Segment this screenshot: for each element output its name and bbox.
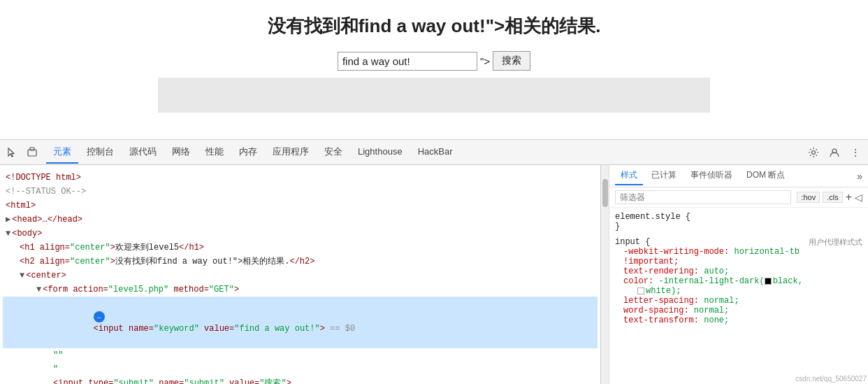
styles-tab-computed[interactable]: 已计算 — [646, 166, 682, 185]
tab-performance[interactable]: 性能 — [198, 141, 231, 164]
box-icon[interactable] — [25, 145, 39, 159]
prop-webkit-important: !important; — [623, 257, 862, 266]
prop-color: color: -internal-light-dark(black, — [615, 276, 862, 286]
devtools-panel: 元素 控制台 源代码 网络 性能 内存 应用程序 安全 Lighthouse H… — [0, 140, 868, 384]
prop-word-spacing: word-spacing: normal; — [615, 306, 862, 315]
styles-filter-buttons: :hov .cls + ◁ — [797, 191, 862, 204]
element-style-selector: element.style { — [615, 212, 862, 222]
html-line[interactable]: ▼<center> — [3, 269, 598, 283]
cls-button[interactable]: .cls — [823, 192, 843, 203]
page-content: 没有找到和find a way out!">相关的结果. "> 搜索 — [0, 0, 868, 140]
prop-text-transform: text-transform: none; — [615, 315, 862, 325]
tab-network[interactable]: 网络 — [165, 141, 197, 164]
input-selector-line: input { 用户代理样式式 — [615, 237, 862, 247]
prop-text-rendering: text-rendering: auto; — [615, 266, 862, 276]
html-line[interactable]: ▶<head>…</head> — [3, 213, 598, 227]
cursor-icon[interactable] — [6, 145, 20, 159]
styles-tab-dom[interactable]: DOM 断点 — [741, 166, 790, 185]
tab-lighthouse[interactable]: Lighthouse — [351, 142, 410, 162]
color-swatch-black — [765, 276, 773, 286]
ua-comment: 用户代理样式式 — [809, 237, 862, 248]
devtools-toolbar: 元素 控制台 源代码 网络 性能 内存 应用程序 安全 Lighthouse H… — [0, 140, 868, 165]
html-line: <html> — [3, 199, 598, 213]
html-line: <input type="submit" name="submit" value… — [3, 376, 598, 384]
devtools-content: <!DOCTYPE html> <!--STATUS OK--> <html> … — [0, 165, 868, 384]
tab-hackbar[interactable]: HackBar — [411, 142, 460, 162]
prop-color-white: white); — [637, 286, 862, 296]
input-style-rule: input { 用户代理样式式 -webkit-writing-mode: ho… — [615, 237, 862, 325]
html-line: <h2 align="center">没有找到和find a way out!"… — [3, 255, 598, 269]
styles-tab-event[interactable]: 事件侦听器 — [685, 166, 738, 185]
tab-elements[interactable]: 元素 — [46, 141, 78, 164]
search-row: "> 搜索 — [338, 51, 530, 71]
prop-webkit: -webkit-writing-mode: horizontal-tb — [615, 247, 862, 257]
styles-panel: 样式 已计算 事件侦听器 DOM 断点 » :hov .cls + ◁ elem… — [609, 165, 868, 384]
tab-application[interactable]: 应用程序 — [266, 141, 316, 164]
more-icon[interactable]: ⋮ — [848, 145, 862, 159]
color-swatch-white — [637, 286, 646, 296]
html-line[interactable]: ▼<body> — [3, 227, 598, 241]
hov-button[interactable]: :hov — [797, 192, 820, 203]
search-suffix: "> — [480, 55, 490, 67]
html-scrollbar[interactable] — [601, 165, 609, 384]
styles-body: element.style { } input { 用户代理样式式 -webki… — [609, 208, 868, 374]
html-line: <h1 align="center">欢迎来到level5</h1> — [3, 241, 598, 255]
html-line[interactable]: ▼<form action="level5.php" method="GET"> — [3, 283, 598, 297]
html-selected-line[interactable]: … <input name="keyword" value="find a wa… — [3, 297, 598, 348]
search-button[interactable]: 搜索 — [493, 51, 530, 71]
blue-dot: … — [94, 311, 105, 322]
html-line: " — [3, 362, 598, 376]
styles-filter-input[interactable] — [615, 190, 791, 204]
element-style-close: } — [615, 222, 862, 232]
html-line: <!DOCTYPE html> — [3, 171, 598, 185]
tab-security[interactable]: 安全 — [317, 141, 349, 164]
prop-letter-spacing: letter-spacing: normal; — [615, 296, 862, 306]
settings-icon[interactable] — [806, 145, 820, 159]
element-style-rule: element.style { } — [615, 212, 862, 232]
scroll-thumb[interactable] — [602, 179, 608, 207]
toolbar-right: ⋮ — [806, 145, 862, 159]
styles-filter-row: :hov .cls + ◁ — [609, 187, 868, 208]
html-panel: <!DOCTYPE html> <!--STATUS OK--> <html> … — [0, 165, 601, 384]
tab-sources[interactable]: 源代码 — [122, 141, 164, 164]
styles-tabs: 样式 已计算 事件侦听器 DOM 断点 » — [609, 165, 868, 187]
expand-styles-button[interactable]: ◁ — [855, 192, 862, 203]
html-line: "" — [3, 348, 598, 362]
search-input[interactable] — [338, 52, 477, 71]
styles-tab-more[interactable]: » — [857, 171, 862, 182]
add-style-button[interactable]: + — [846, 191, 852, 204]
user-icon[interactable] — [827, 145, 841, 159]
ad-area — [158, 78, 710, 113]
toolbar-icons — [6, 145, 39, 159]
styles-tab-styles[interactable]: 样式 — [615, 166, 643, 185]
tab-memory[interactable]: 内存 — [232, 141, 264, 164]
devtools-tabs: 元素 控制台 源代码 网络 性能 内存 应用程序 安全 Lighthouse H… — [46, 141, 806, 164]
tab-console[interactable]: 控制台 — [80, 141, 121, 164]
svg-point-2 — [812, 150, 816, 154]
page-title: 没有找到和find a way out!">相关的结果. — [268, 14, 601, 38]
html-line: <!--STATUS OK--> — [3, 185, 598, 199]
watermark: csdn.net/qq_50650027 — [795, 375, 867, 383]
